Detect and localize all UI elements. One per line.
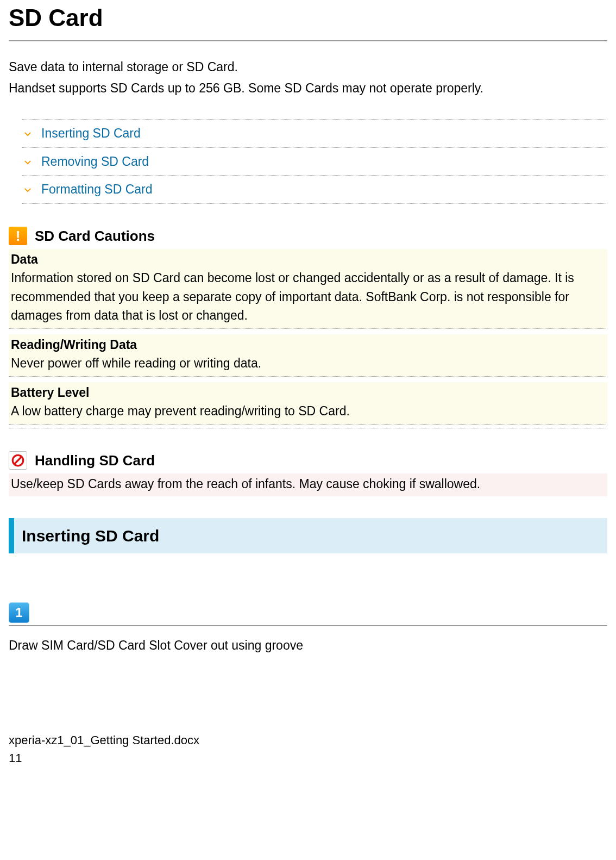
toc-link-label: Formatting SD Card xyxy=(41,180,153,199)
step-text: Draw SIM Card/SD Card Slot Cover out usi… xyxy=(9,636,607,655)
arrow-down-icon xyxy=(22,127,34,139)
table-of-contents: Inserting SD Card Removing SD Card Forma… xyxy=(22,119,607,204)
toc-link-label: Removing SD Card xyxy=(41,152,149,171)
caution-battery: Battery Level A low battery charge may p… xyxy=(9,382,607,425)
step-1: 1 Draw SIM Card/SD Card Slot Cover out u… xyxy=(9,602,607,655)
intro-block: Save data to internal storage or SD Card… xyxy=(9,58,607,97)
caution-data: Data Information stored on SD Card can b… xyxy=(9,249,607,329)
section-heading-inserting: Inserting SD Card xyxy=(9,518,607,553)
handling-heading: Handling SD Card xyxy=(35,450,155,471)
caution-body: Never power off while reading or writing… xyxy=(11,354,605,373)
footer-filename: xperia-xz1_01_Getting Started.docx xyxy=(9,731,607,749)
intro-line-1: Save data to internal storage or SD Card… xyxy=(9,58,607,77)
toc-item-removing[interactable]: Removing SD Card xyxy=(22,147,607,176)
toc-item-formatting[interactable]: Formatting SD Card xyxy=(22,175,607,204)
handling-callout: Handling SD Card Use/keep SD Cards away … xyxy=(9,450,607,497)
cautions-heading: SD Card Cautions xyxy=(35,226,155,247)
footer-page-number: 11 xyxy=(9,749,607,767)
alert-icon: ! xyxy=(9,227,27,245)
arrow-down-icon xyxy=(22,183,34,195)
caution-label: Data xyxy=(11,250,605,269)
prohibit-icon xyxy=(9,451,27,470)
step-number-badge: 1 xyxy=(9,602,29,623)
cautions-callout: ! SD Card Cautions Data Information stor… xyxy=(9,226,607,428)
divider xyxy=(9,625,607,626)
svg-line-1 xyxy=(15,457,22,464)
caution-label: Battery Level xyxy=(11,383,605,402)
page-title: SD Card xyxy=(9,0,607,41)
page-footer: xperia-xz1_01_Getting Started.docx 11 xyxy=(9,731,607,767)
arrow-down-icon xyxy=(22,155,34,167)
caution-reading-writing: Reading/Writing Data Never power off whi… xyxy=(9,334,607,377)
caution-label: Reading/Writing Data xyxy=(11,335,605,354)
intro-line-2: Handset supports SD Cards up to 256 GB. … xyxy=(9,79,607,98)
divider xyxy=(9,428,607,428)
handling-body: Use/keep SD Cards away from the reach of… xyxy=(9,473,607,497)
caution-body: Information stored on SD Card can become… xyxy=(11,269,605,325)
cautions-head: ! SD Card Cautions xyxy=(9,226,607,247)
toc-item-inserting[interactable]: Inserting SD Card xyxy=(22,119,607,147)
caution-body: A low battery charge may prevent reading… xyxy=(11,402,605,421)
handling-head: Handling SD Card xyxy=(9,450,607,471)
toc-link-label: Inserting SD Card xyxy=(41,124,141,143)
